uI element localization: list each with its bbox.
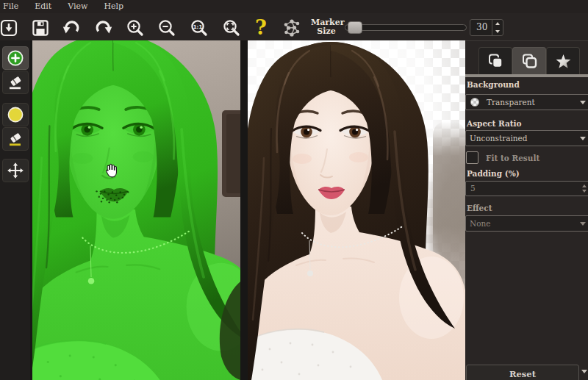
effect-value: None [466,219,491,228]
redo-icon [94,18,113,37]
tab-divider [465,74,588,77]
open-icon [0,19,18,37]
zoom-actual-icon: 1:1 [190,18,209,37]
effect-label: Effect [467,204,492,212]
move-icon [7,162,24,179]
marker-size-spinbox[interactable]: 30 [470,19,503,36]
up-arrow-icon [495,22,500,25]
fit-to-result-checkbox[interactable] [466,151,478,164]
marker-size-label: Marker Size [311,18,342,35]
zoom-fit-icon [222,18,241,37]
tab-favorites[interactable] [546,47,580,74]
settings-panel: Background Transparent Aspect Ratio [465,40,588,380]
layers-outline-icon [520,52,538,70]
tab-masks-filled[interactable] [478,47,512,74]
effect-select[interactable]: None [465,215,588,232]
spin-up-button[interactable] [492,20,503,28]
zoom-fit-button[interactable] [222,18,241,37]
dropdown-arrow-icon [580,222,586,226]
plus-circle-icon [7,49,24,67]
eraser-white-icon [7,74,24,91]
pan-tool-button[interactable] [2,159,29,182]
redo-button[interactable] [94,18,113,37]
svg-text:1:1: 1:1 [193,24,203,30]
background-label: Background [467,80,520,89]
aspect-ratio-value: Unconstrained [466,134,528,143]
slider-handle[interactable] [348,21,362,34]
zoom-actual-button[interactable]: 1:1 [190,18,209,37]
marker-size-value[interactable]: 30 [470,20,492,35]
save-icon [32,19,49,37]
segmentation-graph-icon [282,18,301,37]
zoom-out-button[interactable] [157,18,176,37]
background-select[interactable]: Transparent [465,94,588,110]
star-icon [554,52,573,71]
aspect-ratio-select[interactable]: Unconstrained [465,130,588,146]
hand-cursor [103,162,118,180]
yellow-circle-icon [7,106,24,123]
slider-groove [345,24,467,31]
down-arrow-icon[interactable] [582,190,587,193]
menu-bar: File Edit View Help [0,0,588,13]
foreground-eraser-button[interactable] [2,71,29,94]
toolbar: 1:1 ? Marker Size [0,13,588,40]
undo-button[interactable] [62,18,81,37]
panel-tabs [478,47,580,74]
result-image[interactable] [248,40,465,380]
background-marker-button[interactable] [2,103,29,126]
down-arrow-icon [495,30,500,33]
spin-down-button[interactable] [492,28,503,36]
padding-value: 5 [466,182,588,196]
menu-edit[interactable]: Edit [32,0,54,13]
marked-image[interactable] [32,40,240,380]
eraser-yellow-icon [7,130,24,148]
marker-size-slider[interactable] [345,18,467,36]
background-value: Transparent [480,98,535,107]
transparent-swatch-icon [470,97,480,107]
open-button[interactable] [0,18,18,37]
menu-help[interactable]: Help [101,0,126,13]
zoom-out-icon [157,18,176,37]
canvas[interactable] [30,40,465,380]
zoom-in-button[interactable] [126,18,145,37]
fit-to-result-label: Fit to Result [486,154,539,162]
save-button[interactable] [31,18,50,37]
tab-masks-outline[interactable] [512,47,546,74]
reset-button[interactable]: Reset [466,365,579,380]
aspect-ratio-label: Aspect Ratio [467,119,522,128]
help-button[interactable]: ? [251,18,270,37]
menu-view[interactable]: View [65,0,90,13]
layers-filled-icon [487,52,504,70]
padding-label: Padding (%) [467,169,520,178]
foreground-marker-button[interactable] [2,46,29,70]
dropdown-arrow-icon [580,137,586,140]
app-window: File Edit View Help [0,0,588,380]
background-eraser-button[interactable] [2,127,29,151]
dropdown-arrow-icon [580,101,586,104]
zoom-in-icon [126,18,145,37]
padding-spinbox[interactable]: 5 [465,181,588,196]
up-arrow-icon[interactable] [582,184,587,187]
undo-icon [62,18,81,37]
fit-to-result-row: Fit to Result [466,151,539,164]
dropdown-arrow-icon [581,370,587,373]
tool-sidebar [0,40,30,380]
menu-file[interactable]: File [0,0,21,13]
